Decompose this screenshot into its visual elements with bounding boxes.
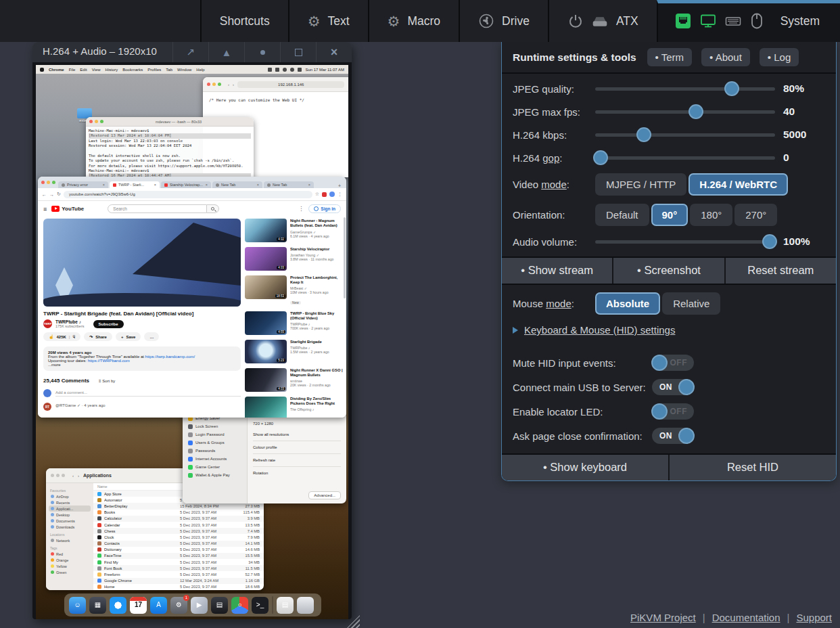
traffic-lights[interactable] xyxy=(207,83,221,86)
finder-file-row[interactable]: Freeform 5 Dec 2023, 9:37 AM 52.7 MB xyxy=(93,571,264,577)
fullscreen-button[interactable]: ↗ xyxy=(172,42,208,62)
log-button[interactable]: • Log xyxy=(760,48,799,66)
settings-sidebar-item[interactable]: Passwords xyxy=(186,447,243,455)
finder-tag-item[interactable]: Yellow xyxy=(49,563,91,569)
finder-file-row[interactable]: Font Book 5 Dec 2023, 9:37 AM 11.5 MB xyxy=(93,565,264,571)
settings-row[interactable]: Show all resolutions xyxy=(253,428,341,438)
safari-forward-icon[interactable]: › xyxy=(233,83,234,87)
nav-item-system[interactable]: System xyxy=(657,0,840,42)
nav-item-atx[interactable]: ATX xyxy=(548,0,657,42)
finder-file-row[interactable]: Google Chrome 12 Mar 2024, 3:24 AM 1.16 … xyxy=(93,578,264,584)
dock-icon[interactable]: ☺ xyxy=(69,597,86,614)
video-mode-option[interactable]: MJPEG / HTTP xyxy=(595,173,686,196)
like-button[interactable]: ☝ 425K | ☟ xyxy=(43,332,80,341)
documentation-link[interactable]: Documentation xyxy=(712,612,780,623)
finder-file-row[interactable]: FaceTime 5 Dec 2023, 9:37 AM 15.5 MB xyxy=(93,553,264,559)
chrome-menu-icon[interactable]: ⋮ xyxy=(337,192,342,197)
suggested-video-item[interactable]: 18:53 Protect The Lamborghini, Keep It M… xyxy=(245,275,344,307)
youtube-logo[interactable]: YouTube xyxy=(51,206,84,212)
nav-item-drive[interactable]: Drive xyxy=(459,0,548,42)
finder-back-icon[interactable]: ‹ xyxy=(72,474,74,478)
channel-avatar[interactable]: TWRP xyxy=(43,319,52,328)
dock-icon[interactable]: ▶ xyxy=(191,597,208,614)
show-stream-button[interactable]: • Show stream xyxy=(502,258,612,284)
search-button[interactable] xyxy=(207,204,219,213)
traffic-lights[interactable] xyxy=(89,120,103,123)
gop-help-link[interactable]: gop xyxy=(542,152,559,164)
settings-sidebar-item[interactable]: Login Password xyxy=(186,430,243,439)
save-button[interactable]: + Save xyxy=(116,332,141,341)
finder-tag-item[interactable]: Green xyxy=(49,569,91,575)
dock-icon[interactable]: 17 xyxy=(130,597,147,614)
grab-window-button[interactable]: ▲ xyxy=(208,42,244,62)
screenshot-button[interactable]: • Screenshot xyxy=(612,258,724,284)
video-description[interactable]: 20M views 4 years ago From the album "To… xyxy=(43,346,241,371)
finder-file-row[interactable]: Chess 5 Dec 2023, 9:37 AM 7.4 MB xyxy=(93,528,264,534)
dock-icon[interactable]: ▦ xyxy=(89,597,106,614)
pikvm-project-link[interactable]: PiKVM Project xyxy=(630,612,696,623)
chrome-tab[interactable]: New Tab × xyxy=(264,181,314,188)
suggested-video-item[interactable]: 4:33 Starship Velociraptor Jonathan Youn… xyxy=(245,247,344,271)
finder-forward-icon[interactable]: › xyxy=(78,474,79,478)
tab-close-icon[interactable]: × xyxy=(257,183,259,187)
terminal-titlebar[interactable]: mdevaev — -bash — 80x33 xyxy=(86,117,254,127)
youtube-search[interactable]: Search xyxy=(108,204,219,213)
advanced-button[interactable]: Advanced... xyxy=(308,491,341,499)
settings-sidebar-item[interactable]: Wallet & Apple Pay xyxy=(186,471,243,479)
term-button[interactable]: • Term xyxy=(647,48,692,66)
safari-share-icon[interactable]: ↑ xyxy=(348,83,348,87)
kebab-icon[interactable]: ⋮ xyxy=(298,206,304,212)
traffic-lights[interactable] xyxy=(41,181,55,184)
orientation-option[interactable]: 90° xyxy=(651,204,689,226)
mouse-mode-option[interactable]: Absolute xyxy=(595,292,660,315)
channel-name[interactable]: TWRPtube ♪ xyxy=(55,319,85,324)
reset-hid-button[interactable]: Reset HID xyxy=(668,455,836,480)
chrome-tab[interactable]: Privacy error × xyxy=(58,181,108,188)
dock-icon[interactable]: ▤ xyxy=(277,597,294,614)
settings-row[interactable]: Rotation xyxy=(253,466,341,476)
toggle-switch[interactable]: OFF xyxy=(652,403,694,420)
h264-kbps-slider[interactable] xyxy=(595,127,775,142)
dock-icon[interactable]: ✦ xyxy=(110,597,126,614)
settings-sidebar-item[interactable]: Lock Screen xyxy=(186,422,243,430)
finder-sidebar-item[interactable]: Desktop xyxy=(49,512,91,518)
tab-close-icon[interactable]: × xyxy=(206,183,208,187)
support-link[interactable]: Support xyxy=(796,612,832,623)
dock-icon[interactable]: ⚙ 1 xyxy=(170,597,187,614)
nav-item-macro[interactable]: ⚙ Macro xyxy=(368,0,459,42)
scrollbar[interactable] xyxy=(344,217,346,298)
dislike-icon[interactable]: ☟ xyxy=(73,334,76,339)
finder-file-row[interactable]: Contacts 5 Dec 2023, 9:37 AM 14.1 MB xyxy=(93,541,264,547)
finder-file-row[interactable]: Calculator 5 Dec 2023, 9:37 AM 3.9 MB xyxy=(93,516,264,522)
safari-back-icon[interactable]: ‹ xyxy=(228,83,229,87)
finder-file-row[interactable]: Calendar 5 Dec 2023, 9:37 AM 13.5 MB xyxy=(93,522,264,528)
toggle-switch[interactable]: ON xyxy=(652,428,694,444)
hamburger-icon[interactable]: ≡ xyxy=(43,206,47,212)
settings-sidebar-item[interactable]: Internet Accounts xyxy=(186,455,243,463)
settings-sidebar-item[interactable]: Game Center xyxy=(186,463,243,471)
reset-stream-button[interactable]: Reset stream xyxy=(724,258,836,284)
close-window-button[interactable]: × xyxy=(316,42,352,62)
search-input[interactable]: Search xyxy=(108,204,207,213)
settings-row[interactable]: Refresh rate xyxy=(253,453,341,464)
chrome-url-bar[interactable]: youtube.com/watch?v=J9Q3i5w6-Ug xyxy=(64,191,312,198)
finder-sidebar-item[interactable]: Downloads xyxy=(49,524,91,530)
desc-more-link[interactable]: ...more xyxy=(48,363,236,367)
orientation-option[interactable]: 270° xyxy=(734,204,777,226)
finder-sidebar-item[interactable]: Recents xyxy=(49,499,91,506)
tab-close-icon[interactable]: × xyxy=(308,183,310,187)
forward-icon[interactable]: → xyxy=(49,192,54,197)
finder-sidebar-item[interactable]: Documents xyxy=(49,518,91,524)
suggested-video-item[interactable]: 4:33 Night Runner X Danni GSO | Magnum B… xyxy=(245,368,344,392)
settings-sidebar-item[interactable]: Users & Groups xyxy=(186,439,243,447)
finder-file-row[interactable]: Books 5 Dec 2023, 9:37 AM 115.4 MB xyxy=(93,510,264,516)
share-button[interactable]: ↷ Share xyxy=(84,332,112,341)
dock-icon[interactable]: >_ xyxy=(252,597,269,614)
profile-avatar[interactable] xyxy=(329,192,335,197)
tab-close-icon[interactable]: × xyxy=(103,183,105,187)
dock-icon[interactable] xyxy=(297,597,314,614)
finder-file-row[interactable]: Dictionary 5 Dec 2023, 9:37 AM 14.6 MB xyxy=(93,547,264,553)
suggested-video-item[interactable]: 5:23 Starlight Brigade TWRPtube ♪ 1.5M v… xyxy=(245,340,344,363)
video-mode-help-link[interactable]: mode xyxy=(541,179,567,190)
chrome-tab[interactable]: TWRP - Starli... × xyxy=(110,181,160,188)
